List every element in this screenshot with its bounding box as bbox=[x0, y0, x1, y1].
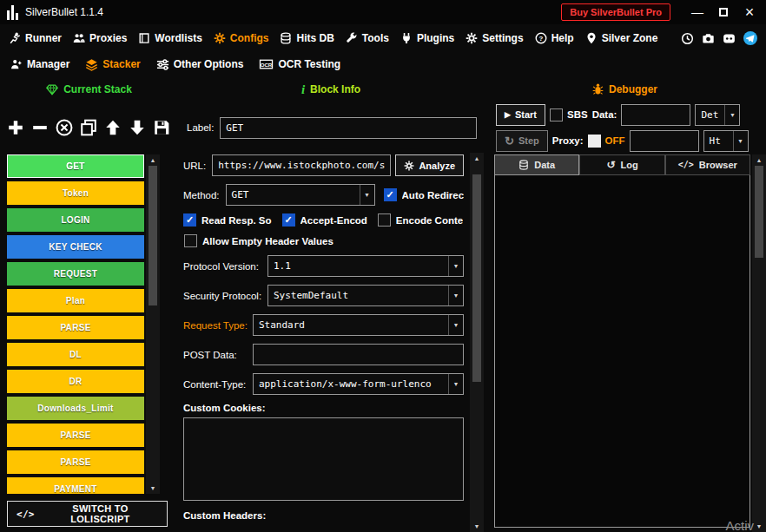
history-button[interactable] bbox=[681, 32, 694, 45]
sub-item-ocr-testing[interactable]: OCR OCR Testing bbox=[259, 58, 340, 70]
scroll-up-icon[interactable]: ▲ bbox=[470, 153, 484, 164]
clear-stack-button[interactable] bbox=[56, 119, 73, 136]
stack-block[interactable]: PARSE bbox=[7, 424, 144, 447]
remove-block-button[interactable] bbox=[31, 119, 49, 136]
accept-encoding-checkbox[interactable] bbox=[282, 213, 295, 227]
sliders-icon bbox=[156, 58, 169, 71]
menu-item-configs[interactable]: Configs bbox=[214, 32, 269, 44]
tab-data[interactable]: Data bbox=[494, 154, 579, 175]
form-scrollbar[interactable]: ▲ ▼ bbox=[470, 153, 484, 532]
sub-item-label: Stacker bbox=[102, 58, 140, 70]
security-protocol-dropdown[interactable]: SystemDefault ▼ bbox=[267, 285, 464, 306]
discord-button[interactable] bbox=[723, 32, 736, 45]
maximize-button[interactable] bbox=[710, 2, 736, 23]
scroll-down-icon[interactable]: ▼ bbox=[470, 521, 484, 532]
sub-item-label: Other Options bbox=[174, 58, 244, 70]
chevron-down-icon: ▼ bbox=[448, 374, 463, 394]
menu-item-plugins[interactable]: Plugins bbox=[400, 32, 454, 44]
menu-label: Plugins bbox=[417, 32, 454, 44]
tab-log[interactable]: ↺ Log bbox=[579, 154, 664, 175]
sub-item-manager[interactable]: Manager bbox=[10, 58, 69, 70]
custom-cookies-textarea[interactable] bbox=[183, 417, 464, 501]
data-type-dropdown[interactable]: Det ▼ bbox=[695, 104, 740, 126]
data-input[interactable] bbox=[621, 104, 690, 126]
menu-item-tools[interactable]: Tools bbox=[346, 32, 389, 44]
stack-block[interactable]: PAYMENT bbox=[7, 477, 144, 494]
block-label-input[interactable] bbox=[220, 117, 477, 139]
analyze-button[interactable]: Analyze bbox=[395, 154, 464, 176]
stack-block[interactable]: Plan bbox=[7, 289, 144, 312]
protocol-version-dropdown[interactable]: 1.1 ▼ bbox=[267, 255, 464, 277]
proxy-input[interactable] bbox=[630, 130, 699, 152]
minimize-button[interactable]: — bbox=[684, 2, 710, 23]
method-dropdown[interactable]: GET ▼ bbox=[226, 184, 375, 206]
main-area: GET Token LOGIN KEY CHECK REQUEST Plan P… bbox=[0, 153, 766, 532]
stack-block[interactable]: KEY CHECK bbox=[7, 235, 144, 259]
switch-loliscript-button[interactable]: </> SWITCH TO LOLISCRIPT bbox=[7, 501, 168, 527]
buy-pro-button[interactable]: Buy SilverBullet Pro bbox=[561, 3, 670, 21]
menu-item-settings[interactable]: Settings bbox=[466, 32, 523, 44]
menu-item-silver-zone[interactable]: Silver Zone bbox=[585, 32, 658, 44]
proxy-type-dropdown[interactable]: Ht ▼ bbox=[703, 130, 749, 152]
data-icon bbox=[518, 160, 529, 170]
stack-block[interactable]: GET bbox=[7, 154, 144, 178]
stack-scrollbar[interactable]: ▲ ▼ bbox=[146, 154, 160, 494]
stack-block[interactable]: LOGIN bbox=[7, 208, 144, 232]
scrollbar-thumb[interactable] bbox=[472, 174, 481, 381]
sub-item-stacker[interactable]: Stacker bbox=[85, 58, 140, 71]
menu-item-proxies[interactable]: Proxies bbox=[73, 32, 127, 44]
auto-redirect-checkbox[interactable] bbox=[384, 188, 397, 201]
stack-block[interactable]: DR bbox=[7, 370, 144, 393]
save-stack-button[interactable] bbox=[153, 119, 170, 136]
code-icon: </> bbox=[17, 509, 35, 520]
stack-block[interactable]: DL bbox=[7, 343, 144, 366]
menu-label: Runner bbox=[25, 32, 62, 44]
sbs-checkbox[interactable] bbox=[550, 108, 563, 122]
move-up-button[interactable] bbox=[104, 119, 122, 136]
stack-block[interactable]: Token bbox=[7, 181, 144, 205]
menu-item-runner[interactable]: Runner bbox=[9, 32, 62, 44]
scroll-down-icon[interactable]: ▼ bbox=[752, 521, 766, 532]
runner-icon bbox=[9, 32, 21, 44]
arrow-down-icon bbox=[129, 119, 146, 136]
proxy-checkbox[interactable] bbox=[588, 135, 601, 148]
screenshot-button[interactable] bbox=[702, 32, 715, 45]
tab-browser[interactable]: </> Browser bbox=[665, 154, 750, 175]
debugger-tabs: Data ↺ Log </> Browser bbox=[494, 154, 750, 175]
encode-content-checkbox[interactable] bbox=[378, 213, 391, 227]
stack-block[interactable]: PARSE bbox=[7, 316, 144, 339]
add-block-button[interactable] bbox=[7, 119, 24, 136]
stack-block[interactable]: REQUEST bbox=[7, 262, 144, 286]
tab-log-label: Log bbox=[620, 160, 637, 170]
current-stack-panel: GET Token LOGIN KEY CHECK REQUEST Plan P… bbox=[0, 153, 178, 532]
content-type-dropdown[interactable]: application/x-www-form-urlenco ▼ bbox=[253, 373, 464, 395]
post-data-input[interactable] bbox=[253, 344, 464, 365]
app-window: SilverBullet 1.1.4 Buy SilverBullet Pro … bbox=[0, 0, 766, 532]
scroll-down-icon[interactable]: ▼ bbox=[146, 483, 160, 494]
allow-empty-headers-checkbox[interactable] bbox=[184, 234, 197, 247]
menu-item-hits-db[interactable]: Hits DB bbox=[280, 32, 333, 44]
start-button[interactable]: ▶ Start bbox=[496, 104, 545, 126]
scroll-up-icon[interactable]: ▲ bbox=[752, 154, 766, 166]
security-protocol-value: SystemDefault bbox=[268, 286, 448, 305]
telegram-button[interactable] bbox=[743, 31, 757, 45]
step-button[interactable]: ↻ Step bbox=[496, 130, 548, 152]
menu-item-wordlists[interactable]: Wordlists bbox=[138, 32, 201, 44]
read-response-checkbox[interactable] bbox=[183, 213, 196, 227]
chevron-down-icon: ▼ bbox=[448, 315, 463, 335]
app-logo-icon bbox=[7, 5, 18, 20]
debugger-scrollbar[interactable]: ▲ ▼ bbox=[752, 154, 766, 532]
url-input[interactable] bbox=[212, 154, 391, 176]
scrollbar-thumb[interactable] bbox=[149, 166, 157, 305]
close-button[interactable]: × bbox=[736, 2, 763, 23]
menu-item-help[interactable]: ? Help bbox=[535, 32, 574, 44]
sub-item-label: OCR Testing bbox=[278, 58, 340, 70]
request-type-dropdown[interactable]: Standard ▼ bbox=[253, 314, 464, 336]
stack-block[interactable]: Downloads_Limit bbox=[7, 397, 144, 420]
sub-item-other-options[interactable]: Other Options bbox=[156, 58, 244, 71]
duplicate-block-button[interactable] bbox=[80, 119, 97, 136]
scroll-up-icon[interactable]: ▲ bbox=[146, 154, 160, 166]
move-down-button[interactable] bbox=[129, 119, 146, 136]
stack-block[interactable]: PARSE bbox=[7, 450, 144, 474]
scrollbar-thumb[interactable] bbox=[755, 166, 763, 258]
